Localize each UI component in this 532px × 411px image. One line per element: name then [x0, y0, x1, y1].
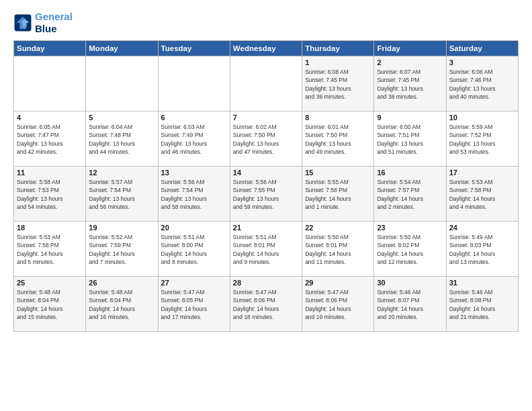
calendar-cell [230, 56, 302, 111]
day-info: Sunrise: 5:50 AMSunset: 8:02 PMDaylight:… [377, 233, 443, 266]
header-day-tuesday: Tuesday [158, 41, 230, 56]
week-row-1: 1Sunrise: 6:08 AMSunset: 7:45 PMDaylight… [14, 56, 519, 111]
week-row-5: 25Sunrise: 5:48 AMSunset: 8:04 PMDayligh… [14, 277, 519, 332]
logo-text-line1: General [35, 11, 73, 23]
day-number: 1 [305, 58, 371, 66]
calendar-header-row: SundayMondayTuesdayWednesdayThursdayFrid… [14, 41, 519, 56]
day-info: Sunrise: 5:51 AMSunset: 8:00 PMDaylight:… [161, 233, 227, 266]
day-info: Sunrise: 5:47 AMSunset: 8:05 PMDaylight:… [161, 288, 227, 321]
calendar-table: SundayMondayTuesdayWednesdayThursdayFrid… [13, 40, 519, 332]
day-info: Sunrise: 5:58 AMSunset: 7:53 PMDaylight:… [17, 178, 83, 211]
calendar-cell: 30Sunrise: 5:46 AMSunset: 8:07 PMDayligh… [374, 277, 446, 332]
day-number: 20 [161, 224, 227, 232]
day-info: Sunrise: 5:52 AMSunset: 7:59 PMDaylight:… [89, 233, 154, 266]
day-number: 14 [233, 169, 299, 177]
calendar-cell: 12Sunrise: 5:57 AMSunset: 7:54 PMDayligh… [86, 167, 158, 222]
calendar-cell: 3Sunrise: 6:06 AMSunset: 7:46 PMDaylight… [446, 56, 518, 111]
calendar-cell: 9Sunrise: 6:00 AMSunset: 7:51 PMDaylight… [374, 111, 446, 167]
calendar-cell: 2Sunrise: 6:07 AMSunset: 7:45 PMDaylight… [374, 56, 446, 111]
day-number: 25 [17, 279, 83, 287]
day-info: Sunrise: 6:07 AMSunset: 7:45 PMDaylight:… [377, 68, 443, 101]
header-day-monday: Monday [86, 41, 158, 56]
calendar-cell: 19Sunrise: 5:52 AMSunset: 7:59 PMDayligh… [86, 222, 158, 277]
logo-text-line2: Blue [35, 23, 73, 35]
day-info: Sunrise: 5:56 AMSunset: 7:55 PMDaylight:… [233, 178, 299, 211]
calendar-cell: 27Sunrise: 5:47 AMSunset: 8:05 PMDayligh… [158, 277, 230, 332]
page: General Blue SundayMondayTuesdayWednesda… [0, 0, 532, 340]
header: General Blue [13, 11, 519, 35]
day-info: Sunrise: 5:55 AMSunset: 7:56 PMDaylight:… [305, 178, 371, 211]
day-info: Sunrise: 5:51 AMSunset: 8:01 PMDaylight:… [233, 233, 299, 266]
calendar-cell: 20Sunrise: 5:51 AMSunset: 8:00 PMDayligh… [158, 222, 230, 277]
calendar-cell: 28Sunrise: 5:47 AMSunset: 8:06 PMDayligh… [230, 277, 302, 332]
day-info: Sunrise: 6:08 AMSunset: 7:45 PMDaylight:… [305, 68, 371, 101]
calendar-cell: 29Sunrise: 5:47 AMSunset: 8:06 PMDayligh… [302, 277, 374, 332]
week-row-4: 18Sunrise: 5:53 AMSunset: 7:58 PMDayligh… [14, 222, 519, 277]
day-number: 13 [161, 169, 227, 177]
day-number: 19 [89, 224, 154, 232]
logo-icon [13, 13, 32, 32]
calendar-cell: 15Sunrise: 5:55 AMSunset: 7:56 PMDayligh… [302, 167, 374, 222]
calendar-cell: 13Sunrise: 5:56 AMSunset: 7:54 PMDayligh… [158, 167, 230, 222]
day-number: 22 [305, 224, 371, 232]
day-info: Sunrise: 5:47 AMSunset: 8:06 PMDaylight:… [233, 288, 299, 321]
day-number: 6 [161, 113, 227, 122]
day-info: Sunrise: 6:03 AMSunset: 7:49 PMDaylight:… [161, 123, 227, 156]
day-info: Sunrise: 5:48 AMSunset: 8:04 PMDaylight:… [17, 288, 83, 321]
calendar-cell: 10Sunrise: 5:59 AMSunset: 7:52 PMDayligh… [446, 111, 518, 167]
day-info: Sunrise: 5:53 AMSunset: 7:58 PMDaylight:… [449, 178, 515, 211]
day-number: 11 [17, 169, 83, 177]
calendar-cell: 31Sunrise: 5:46 AMSunset: 8:08 PMDayligh… [446, 277, 518, 332]
day-number: 24 [449, 224, 515, 232]
week-row-3: 11Sunrise: 5:58 AMSunset: 7:53 PMDayligh… [14, 167, 519, 222]
day-number: 3 [449, 58, 515, 66]
calendar-cell: 24Sunrise: 5:49 AMSunset: 8:03 PMDayligh… [446, 222, 518, 277]
day-info: Sunrise: 6:04 AMSunset: 7:48 PMDaylight:… [89, 123, 154, 156]
day-info: Sunrise: 5:50 AMSunset: 8:01 PMDaylight:… [305, 233, 371, 266]
calendar-cell: 21Sunrise: 5:51 AMSunset: 8:01 PMDayligh… [230, 222, 302, 277]
day-number: 23 [377, 224, 443, 232]
day-info: Sunrise: 5:54 AMSunset: 7:57 PMDaylight:… [377, 178, 443, 211]
header-day-saturday: Saturday [446, 41, 518, 56]
calendar-cell: 6Sunrise: 6:03 AMSunset: 7:49 PMDaylight… [158, 111, 230, 167]
calendar-cell [86, 56, 158, 111]
day-number: 15 [305, 169, 371, 177]
calendar-cell: 14Sunrise: 5:56 AMSunset: 7:55 PMDayligh… [230, 167, 302, 222]
day-info: Sunrise: 5:46 AMSunset: 8:07 PMDaylight:… [377, 288, 443, 321]
logo: General Blue [13, 11, 73, 35]
calendar-cell: 23Sunrise: 5:50 AMSunset: 8:02 PMDayligh… [374, 222, 446, 277]
day-number: 8 [305, 113, 371, 122]
calendar-cell: 4Sunrise: 6:05 AMSunset: 7:47 PMDaylight… [14, 111, 86, 167]
day-number: 17 [449, 169, 515, 177]
day-info: Sunrise: 5:47 AMSunset: 8:06 PMDaylight:… [305, 288, 371, 321]
day-number: 21 [233, 224, 299, 232]
day-info: Sunrise: 6:05 AMSunset: 7:47 PMDaylight:… [17, 123, 83, 156]
day-number: 29 [305, 279, 371, 287]
day-number: 2 [377, 58, 443, 66]
calendar-cell: 8Sunrise: 6:01 AMSunset: 7:50 PMDaylight… [302, 111, 374, 167]
calendar-cell: 26Sunrise: 5:48 AMSunset: 8:04 PMDayligh… [86, 277, 158, 332]
header-day-friday: Friday [374, 41, 446, 56]
calendar-cell: 17Sunrise: 5:53 AMSunset: 7:58 PMDayligh… [446, 167, 518, 222]
day-info: Sunrise: 6:02 AMSunset: 7:50 PMDaylight:… [233, 123, 299, 156]
day-number: 12 [89, 169, 154, 177]
day-info: Sunrise: 5:59 AMSunset: 7:52 PMDaylight:… [449, 123, 515, 156]
header-day-wednesday: Wednesday [230, 41, 302, 56]
day-number: 10 [449, 113, 515, 122]
calendar-cell: 1Sunrise: 6:08 AMSunset: 7:45 PMDaylight… [302, 56, 374, 111]
calendar-cell: 22Sunrise: 5:50 AMSunset: 8:01 PMDayligh… [302, 222, 374, 277]
calendar-cell: 11Sunrise: 5:58 AMSunset: 7:53 PMDayligh… [14, 167, 86, 222]
day-info: Sunrise: 5:57 AMSunset: 7:54 PMDaylight:… [89, 178, 154, 211]
day-number: 30 [377, 279, 443, 287]
day-number: 28 [233, 279, 299, 287]
day-info: Sunrise: 6:01 AMSunset: 7:50 PMDaylight:… [305, 123, 371, 156]
calendar-cell: 18Sunrise: 5:53 AMSunset: 7:58 PMDayligh… [14, 222, 86, 277]
calendar-cell: 25Sunrise: 5:48 AMSunset: 8:04 PMDayligh… [14, 277, 86, 332]
day-info: Sunrise: 5:53 AMSunset: 7:58 PMDaylight:… [17, 233, 83, 266]
day-info: Sunrise: 5:49 AMSunset: 8:03 PMDaylight:… [449, 233, 515, 266]
day-info: Sunrise: 5:46 AMSunset: 8:08 PMDaylight:… [449, 288, 515, 321]
day-info: Sunrise: 5:48 AMSunset: 8:04 PMDaylight:… [89, 288, 154, 321]
calendar-cell: 7Sunrise: 6:02 AMSunset: 7:50 PMDaylight… [230, 111, 302, 167]
day-number: 7 [233, 113, 299, 122]
calendar-cell: 16Sunrise: 5:54 AMSunset: 7:57 PMDayligh… [374, 167, 446, 222]
